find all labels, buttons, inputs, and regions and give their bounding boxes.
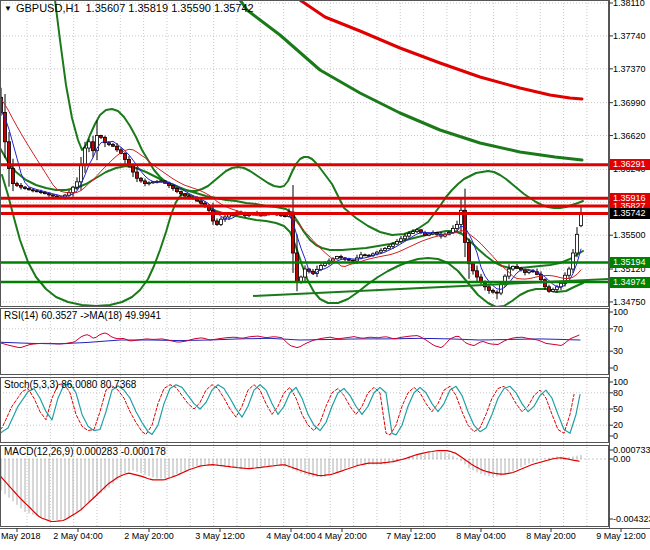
time-tick-label: 9 May 12:00 (586, 531, 650, 541)
time-tick-label: 4 May 20:00 (307, 531, 377, 541)
price-badge: 1.36291 (610, 159, 650, 170)
candles (0, 88, 583, 300)
rsi-pane (0, 333, 580, 348)
macd-tick-label: 0.00 (613, 454, 631, 464)
price-tick-label: 1.37370 (613, 64, 646, 74)
price-badge: 1.35742 (610, 208, 650, 219)
chart-svg[interactable] (0, 0, 650, 550)
rsi-tick-label: 70 (613, 324, 623, 334)
stoch-tick-label: 0 (613, 431, 618, 441)
symbol-dropdown-icon[interactable]: ▼ (4, 4, 12, 13)
stoch-tick-label: 80 (613, 388, 623, 398)
stoch-tick-label: 50 (613, 404, 623, 414)
price-badge: 1.34974 (610, 277, 650, 288)
price-tick-label: 1.36620 (613, 131, 646, 141)
time-tick-label: 3 May 12:00 (185, 531, 255, 541)
time-tick-label: 8 May 04:00 (446, 531, 516, 541)
macd-tick-label: -0.004323 (613, 514, 650, 524)
price-tick-label: 1.37740 (613, 31, 646, 41)
time-tick-label: 2 May 20:00 (114, 531, 184, 541)
price-tick-label: 1.35500 (613, 230, 646, 240)
rsi-tick-label: 100 (613, 307, 628, 317)
stoch-tick-label: 20 (613, 420, 623, 430)
price-tick-label: 1.38110 (613, 0, 645, 8)
stoch-tick-label: 100 (613, 377, 628, 387)
time-tick-label: 2 May 04:00 (43, 531, 113, 541)
time-tick-label: 7 May 12:00 (376, 531, 446, 541)
chart-window: ▼GBPUSD,H11.35607 1.35819 1.35590 1.3574… (0, 0, 650, 550)
time-tick-label: 8 May 20:00 (516, 531, 586, 541)
price-tick-label: 1.34750 (613, 297, 646, 307)
price-badge: 1.35194 (610, 257, 650, 268)
rsi-tick-label: 0 (613, 363, 618, 373)
price-tick-label: 1.36990 (613, 98, 646, 108)
rsi-tick-label: 30 (613, 346, 623, 356)
